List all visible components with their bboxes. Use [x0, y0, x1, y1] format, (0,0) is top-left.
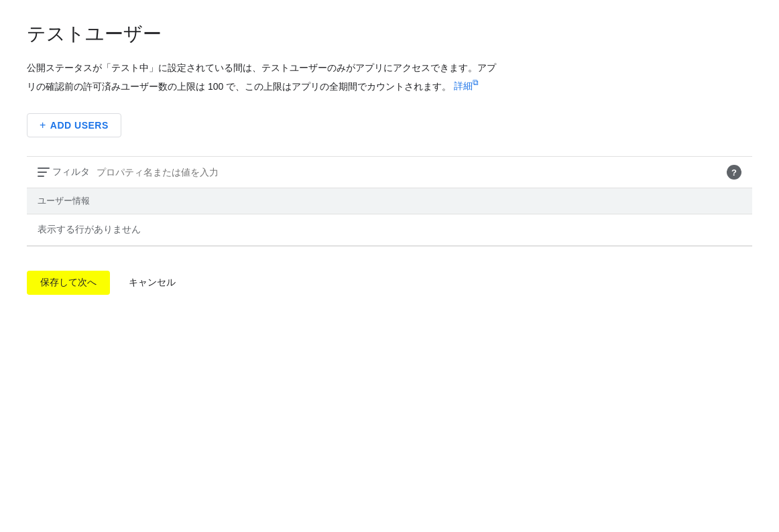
cancel-button[interactable]: キャンセル [126, 271, 178, 295]
details-link-text: 詳細 [454, 80, 473, 91]
add-users-button[interactable]: + ADD USERS [27, 113, 121, 137]
filter-input[interactable] [97, 167, 720, 178]
description-text: 公開ステータスが「テスト中」に設定されている間は、テストユーザーのみがアプリにア… [27, 62, 496, 91]
table-header: ユーザー情報 [27, 188, 752, 214]
empty-row-text: 表示する行がありません [38, 224, 141, 235]
filter-icon-wrapper: フィルタ [38, 166, 90, 178]
add-users-label: ADD USERS [50, 120, 109, 131]
external-link-icon: ⧉ [473, 78, 479, 88]
filter-bar: フィルタ ? [27, 157, 752, 188]
table-empty-row: 表示する行がありません [27, 214, 752, 246]
page-description: 公開ステータスが「テスト中」に設定されている間は、テストユーザーのみがアプリにア… [27, 60, 496, 94]
bottom-divider [27, 246, 752, 247]
filter-lines-icon [38, 168, 50, 177]
page-title: テストユーザー [27, 21, 752, 47]
plus-icon: + [40, 119, 46, 131]
details-link[interactable]: 詳細⧉ [454, 80, 479, 91]
table-header-label: ユーザー情報 [38, 196, 90, 206]
help-icon[interactable]: ? [727, 165, 741, 180]
actions-row: 保存して次へ キャンセル [27, 265, 752, 295]
filter-label: フィルタ [52, 166, 90, 178]
save-button[interactable]: 保存して次へ [27, 271, 110, 295]
